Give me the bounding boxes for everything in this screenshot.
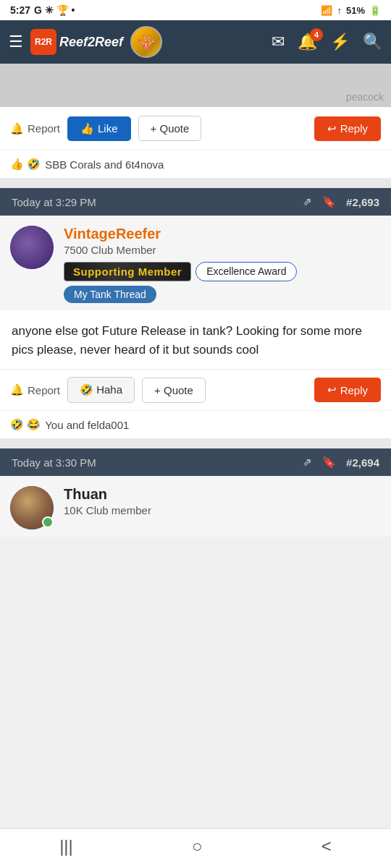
thuan-username[interactable]: Thuan: [64, 486, 381, 503]
content-area: peacock 🔔 Report 👍 Like + Quote ↩ Reply …: [0, 64, 391, 537]
post-2693-num: #2,693: [346, 196, 379, 208]
vintage-avatar-img: [10, 226, 54, 269]
bell-icon-2693: 🔔: [10, 383, 24, 396]
haha-button-2693[interactable]: 🤣 Haha: [67, 377, 135, 403]
logo-text: Reef2Reef: [59, 35, 123, 50]
like-label: Like: [98, 122, 118, 135]
status-left: 5:27 G ✳ 🏆 •: [10, 4, 75, 16]
post-2693-body: anyone else got Future Release in tank? …: [0, 310, 391, 369]
notification-icon[interactable]: 🔔 4: [298, 33, 317, 51]
thuan-rank: 10K Club member: [64, 504, 381, 516]
vintage-username[interactable]: VintageReefer: [64, 226, 381, 242]
post-2694-time: Today at 3:30 PM: [12, 456, 96, 469]
report-label-1: Report: [28, 122, 60, 135]
reply-icon-1: ↩: [327, 122, 337, 135]
post-2693-action-bar: 🔔 Report 🤣 Haha + Quote ↩ Reply: [0, 369, 391, 410]
separator-1: [0, 178, 391, 188]
user-avatar-nav[interactable]: 🪸: [130, 26, 162, 58]
haha-label-2693: 🤣 Haha: [80, 383, 122, 396]
online-indicator: [42, 516, 54, 528]
my-tank-thread-badge[interactable]: My Tank Thread: [64, 286, 156, 303]
post-2694-num: #2,694: [346, 456, 379, 469]
status-time: 5:27: [10, 4, 30, 16]
bookmark-icon-2694[interactable]: 🔖: [322, 456, 336, 469]
wifi-icon: 📶: [321, 5, 332, 16]
bell-icon-1: 🔔: [10, 122, 24, 135]
report-label-2693: Report: [28, 384, 60, 396]
top-nav: ☰ R2R Reef2Reef 🪸 ✉ 🔔 4 ⚡ 🔍: [0, 20, 391, 64]
reaction-icons-2693: 🤣 😂: [10, 418, 41, 431]
status-bar: 5:27 G ✳ 🏆 • 📶 ↑ 51% 🔋: [0, 0, 391, 20]
logo[interactable]: R2R Reef2Reef: [30, 29, 123, 55]
quote-button-1[interactable]: + Quote: [138, 116, 202, 141]
vintage-avatar-wrap: [10, 226, 54, 269]
reply-label-1: Reply: [340, 122, 368, 135]
thumbs-up-icon: 👍: [80, 122, 94, 135]
notification-badge: 4: [310, 28, 323, 41]
post-2693-header: Today at 3:29 PM ⇗ 🔖 #2,693: [0, 188, 391, 216]
thuan-user-info: Thuan 10K Club member: [64, 486, 381, 516]
post-2693-header-icons: ⇗ 🔖 #2,693: [303, 195, 379, 208]
thuan-avatar-wrap: [10, 486, 54, 529]
reply-icon-2693: ↩: [327, 383, 337, 396]
nav-icons: ✉ 🔔 4 ⚡ 🔍: [272, 33, 382, 51]
search-icon[interactable]: 🔍: [363, 33, 382, 51]
image-watermark: peacock: [346, 91, 384, 103]
vintage-badges: Supporting Member Excellence Award My Ta…: [64, 262, 381, 303]
reply-button-2693[interactable]: ↩ Reply: [314, 378, 381, 402]
excellence-award-badge[interactable]: Excellence Award: [196, 262, 297, 281]
post-2693-user-row: VintageReefer 7500 Club Member Supportin…: [0, 216, 391, 310]
vintage-user-info: VintageReefer 7500 Club Member Supportin…: [64, 226, 381, 303]
reactions-row-1: 👍 🤣 SBB Corals and 6t4nova: [0, 150, 391, 178]
report-button-2693[interactable]: 🔔 Report: [10, 383, 60, 396]
arrow-icon: ↑: [337, 5, 342, 16]
post-2694-header: Today at 3:30 PM ⇗ 🔖 #2,694: [0, 448, 391, 476]
status-icons: G ✳ 🏆 •: [34, 4, 75, 16]
reactions-row-2693: 🤣 😂 You and felda001: [0, 410, 391, 438]
lightning-icon[interactable]: ⚡: [330, 33, 350, 51]
battery-icon: 🔋: [369, 5, 381, 16]
reaction-icons-1: 👍 🤣: [10, 158, 41, 171]
post-2694: Today at 3:30 PM ⇗ 🔖 #2,694 Thuan 10K Cl…: [0, 448, 391, 537]
reply-button-1[interactable]: ↩ Reply: [314, 116, 381, 141]
battery-text: 51%: [346, 5, 365, 16]
post-2693: Today at 3:29 PM ⇗ 🔖 #2,693 VintageReefe…: [0, 188, 391, 438]
separator-2: [0, 438, 391, 448]
mail-icon[interactable]: ✉: [272, 33, 285, 51]
quote-label-2693: + Quote: [154, 384, 193, 396]
post-2694-user-row: Thuan 10K Club member: [0, 476, 391, 537]
post-2694-header-icons: ⇗ 🔖 #2,694: [303, 456, 379, 469]
report-button-1[interactable]: 🔔 Report: [10, 122, 60, 135]
supporting-member-badge: Supporting Member: [64, 262, 191, 281]
reply-label-2693: Reply: [340, 384, 368, 396]
post-2693-time: Today at 3:29 PM: [12, 196, 96, 208]
like-button-1[interactable]: 👍 Like: [67, 116, 131, 141]
share-icon-2693[interactable]: ⇗: [303, 195, 312, 208]
reaction-text-1: SBB Corals and 6t4nova: [45, 158, 164, 171]
share-icon-2694[interactable]: ⇗: [303, 456, 312, 469]
status-right: 📶 ↑ 51% 🔋: [321, 5, 381, 16]
vintage-rank: 7500 Club Member: [64, 244, 381, 256]
vintage-avatar: [10, 226, 54, 269]
quote-label-1: + Quote: [151, 122, 190, 135]
first-post-action-bar: 🔔 Report 👍 Like + Quote ↩ Reply: [0, 107, 391, 150]
post-image-area: peacock: [0, 64, 391, 107]
quote-button-2693[interactable]: + Quote: [142, 378, 206, 403]
bookmark-icon-2693[interactable]: 🔖: [322, 195, 336, 208]
reaction-text-2693: You and felda001: [45, 419, 129, 431]
logo-box: R2R: [30, 29, 56, 55]
hamburger-icon[interactable]: ☰: [9, 33, 23, 51]
